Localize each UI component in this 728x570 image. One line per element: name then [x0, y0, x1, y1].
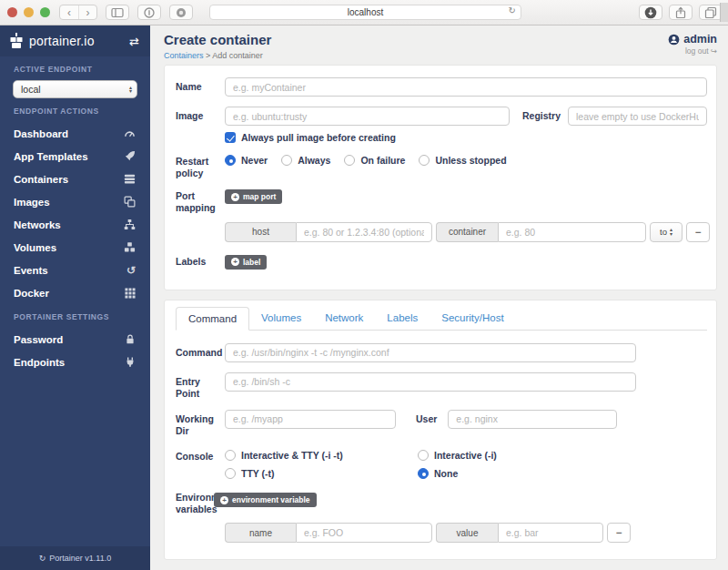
window-controls: [7, 7, 50, 17]
breadcrumb-separator: >: [204, 51, 213, 60]
name-label: Name: [176, 77, 219, 93]
reload-icon[interactable]: ↻: [509, 5, 516, 15]
minimize-window-button[interactable]: [24, 7, 34, 17]
radio-icon[interactable]: [344, 155, 355, 166]
restart-on-failure-radio[interactable]: On failure: [344, 155, 405, 166]
sidebar-item-label: Events: [14, 265, 48, 276]
circle-bar-icon: [144, 7, 155, 18]
sidebar-item-label: App Templates: [14, 151, 88, 162]
command-input[interactable]: [225, 343, 636, 362]
sidebar-item-networks[interactable]: Networks: [0, 213, 150, 236]
remove-env-variable-button[interactable]: −: [607, 523, 631, 543]
tab-command[interactable]: Command: [176, 307, 249, 331]
sidebar-item-dashboard[interactable]: Dashboard: [0, 122, 150, 145]
version-text: Portainer v1.11.0: [49, 554, 111, 563]
share-icon: [674, 6, 687, 19]
user-box: admin log out ↪: [668, 30, 717, 60]
tabs-icon: [704, 6, 717, 19]
radio-icon[interactable]: [225, 450, 236, 461]
protocol-select[interactable]: to ▴▾: [650, 222, 682, 242]
sidebar-header: portainer.io ⇄: [0, 25, 150, 56]
env-value-input[interactable]: [498, 523, 603, 543]
tab-security-host[interactable]: Security/Host: [430, 307, 515, 331]
sidebar-item-docker[interactable]: Docker: [0, 281, 150, 304]
radio-icon[interactable]: [281, 155, 292, 166]
sidebar-item-events[interactable]: Events ↺: [0, 259, 150, 281]
host-port-input[interactable]: [296, 222, 432, 242]
extension-button-1[interactable]: [137, 5, 161, 20]
sidebar-item-endpoints[interactable]: Endpoints: [0, 351, 150, 373]
entry-point-input[interactable]: [225, 372, 636, 392]
forward-icon[interactable]: ›: [78, 5, 96, 19]
sidebar-item-label: Endpoints: [14, 357, 65, 368]
working-dir-input[interactable]: [225, 410, 396, 429]
image-input[interactable]: [225, 107, 510, 126]
new-tab-sliver[interactable]: [720, 3, 728, 22]
back-icon[interactable]: ‹: [60, 5, 78, 19]
user-input[interactable]: [448, 410, 617, 429]
registry-input[interactable]: [568, 107, 707, 126]
share-button[interactable]: [669, 5, 693, 20]
env-value-addon: value: [436, 523, 498, 543]
add-label-button[interactable]: + label: [225, 255, 267, 270]
logout-link[interactable]: log out ↪: [668, 46, 717, 56]
console-interactive-radio[interactable]: Interactive (-i): [418, 450, 497, 461]
radio-icon[interactable]: [225, 468, 236, 479]
downloads-button[interactable]: [639, 5, 662, 20]
always-pull-checkbox-item[interactable]: Always pull image before creating: [225, 132, 396, 143]
sidebar-item-containers[interactable]: Containers: [0, 168, 150, 190]
sidebar-item-app-templates[interactable]: App Templates: [0, 145, 150, 168]
restart-always-radio[interactable]: Always: [281, 155, 330, 166]
brand[interactable]: portainer.io: [7, 32, 95, 50]
advanced-config-panel: Command Volumes Network Labels Security/…: [164, 300, 717, 561]
tab-volumes[interactable]: Volumes: [249, 307, 313, 331]
toolbar-right: [632, 5, 723, 20]
sidebar-toggle-icon[interactable]: ⇄: [129, 36, 139, 47]
portainer-settings-label: PORTAINER SETTINGS: [14, 312, 136, 321]
container-addon: container: [436, 222, 498, 242]
clone-icon: [124, 196, 136, 208]
checkbox-checked-icon[interactable]: [225, 132, 236, 143]
extension-button-2[interactable]: [169, 5, 193, 20]
tab-labels[interactable]: Labels: [375, 307, 430, 331]
name-input[interactable]: [225, 77, 707, 97]
radio-icon[interactable]: [418, 450, 429, 461]
plug-icon: [125, 356, 136, 368]
console-label: Console: [176, 447, 219, 463]
sidebar-item-volumes[interactable]: Volumes: [0, 236, 150, 259]
working-dir-label: Working Dir: [176, 410, 219, 437]
add-env-variable-button[interactable]: + environment variable: [214, 493, 317, 507]
address-bar[interactable]: localhost ↻: [209, 5, 521, 20]
container-port-input[interactable]: [498, 222, 646, 242]
tab-network[interactable]: Network: [313, 307, 375, 331]
console-none-radio[interactable]: None: [418, 468, 497, 479]
sidebar-panel-button[interactable]: [106, 5, 129, 20]
sidebar-item-label: Containers: [14, 174, 68, 185]
close-window-button[interactable]: [7, 7, 17, 17]
plus-circle-icon: +: [231, 193, 239, 201]
remove-port-mapping-button[interactable]: −: [686, 222, 710, 242]
restart-policy-label: Restart policy: [176, 155, 219, 179]
select-stepper-icon: ▴▾: [670, 228, 672, 236]
endpoint-select[interactable]: local ▴▾: [13, 80, 137, 98]
map-port-button[interactable]: + map port: [225, 189, 282, 204]
endpoint-selected-value: local: [21, 84, 129, 95]
host-addon: host: [225, 222, 296, 242]
sidebar-panel-icon: [111, 7, 124, 18]
restart-never-radio[interactable]: Never: [225, 155, 268, 166]
endpoint-actions-label: ENDPOINT ACTIONS: [14, 107, 136, 116]
breadcrumb-containers-link[interactable]: Containers: [164, 51, 204, 60]
zoom-window-button[interactable]: [40, 7, 50, 17]
env-name-input[interactable]: [296, 523, 432, 543]
console-tty-radio[interactable]: TTY (-t): [225, 468, 404, 479]
registry-label: Registry: [522, 107, 561, 121]
radio-icon[interactable]: [419, 155, 430, 166]
sidebar-item-password[interactable]: Password: [0, 328, 150, 351]
sidebar-item-images[interactable]: Images: [0, 190, 150, 213]
console-interactive-tty-radio[interactable]: Interactive & TTY (-i -t): [225, 450, 404, 461]
config-tabs: Command Volumes Network Labels Security/…: [176, 300, 707, 331]
radio-checked-icon[interactable]: [418, 468, 429, 479]
restart-unless-stopped-radio[interactable]: Unless stopped: [419, 155, 506, 166]
radio-checked-icon[interactable]: [225, 155, 236, 166]
lock-icon: [125, 333, 136, 345]
